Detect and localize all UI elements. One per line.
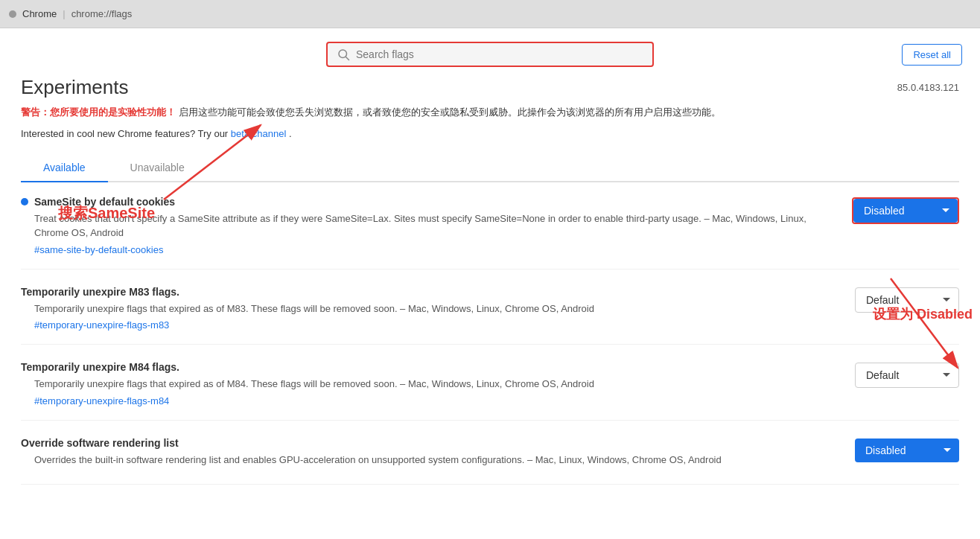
flag-select-override[interactable]: Disabled Default Enabled (855, 438, 959, 462)
flag-desc-samesite: Treat cookies that don't specify a SameS… (34, 211, 837, 240)
chrome-dot-icon (9, 10, 16, 18)
interest-text: Interested in cool new Chrome features? … (21, 128, 959, 139)
search-icon (337, 48, 350, 61)
interest-suffix: . (289, 128, 292, 139)
tab-available[interactable]: Available (21, 154, 108, 182)
flag-select-m83[interactable]: Default Enabled Disabled (855, 287, 959, 313)
flag-item-override: Override software rendering list Overrid… (21, 437, 959, 485)
flag-select-m84[interactable]: Default Enabled Disabled (855, 363, 959, 388)
beta-channel-link[interactable]: beta channel (231, 128, 286, 139)
flag-desc-m83: Temporarily unexpire flags that expired … (34, 302, 840, 316)
flag-title-override: Override software rendering list (21, 437, 840, 449)
flag-link-m83[interactable]: #temporary-unexpire-flags-m83 (34, 319, 169, 331)
flag-desc-override: Overrides the built-in software renderin… (34, 453, 840, 468)
app-name: Chrome (22, 8, 57, 19)
flag-link-samesite[interactable]: #same-site-by-default-cookies (34, 244, 163, 255)
flag-control-override: Disabled Default Enabled (855, 437, 959, 462)
interest-prefix: Interested in cool new Chrome features? … (21, 128, 228, 139)
flag-control-m83: Default Enabled Disabled (855, 286, 959, 313)
flag-select-samesite[interactable]: Disabled Default Enabled (853, 199, 958, 223)
flag-title-samesite: SameSite by default cookies (21, 196, 837, 208)
svg-line-1 (346, 57, 349, 60)
experiments-title: Experiments (21, 76, 129, 99)
flag-item-m84: Temporarily unexpire M84 flags. Temporar… (21, 361, 959, 421)
tabs: Available Unavailable (21, 154, 959, 182)
warning-text: 警告：您所要使用的是实验性功能！ 启用这些功能可能会致使您丢失浏览数据，或者致使… (21, 105, 959, 121)
reset-all-button[interactable]: Reset all (902, 44, 962, 66)
title-bar: Chrome | chrome://flags (0, 0, 980, 28)
flag-content-samesite: SameSite by default cookies Treat cookie… (21, 196, 852, 255)
flag-content-m84: Temporarily unexpire M84 flags. Temporar… (21, 361, 855, 406)
flag-content-m83: Temporarily unexpire M83 flags. Temporar… (21, 286, 855, 331)
flag-title-m84: Temporarily unexpire M84 flags. (21, 361, 840, 373)
flag-control-samesite: Disabled Default Enabled (852, 196, 959, 224)
flag-content-override: Override software rendering list Overrid… (21, 437, 855, 471)
main-content: Experiments 85.0.4183.121 警告：您所要使用的是实验性功… (0, 76, 980, 485)
search-area: Reset all (0, 28, 980, 76)
separator: | (63, 8, 65, 19)
flag-dot-samesite (21, 198, 28, 205)
page-content: Reset all Experiments 85.0.4183.121 警告：您… (0, 28, 980, 539)
warning-label: 警告：您所要使用的是实验性功能！ (21, 106, 176, 118)
version-text: 85.0.4183.121 (897, 82, 959, 93)
warning-body: 启用这些功能可能会致使您丢失浏览数据，或者致使您的安全或隐私受到威胁。此操作会为… (179, 106, 721, 118)
flag-link-m84[interactable]: #temporary-unexpire-flags-m84 (34, 395, 169, 406)
search-box (326, 42, 654, 67)
tab-unavailable[interactable]: Unavailable (108, 154, 207, 181)
url-bar: chrome://flags (71, 8, 133, 19)
flag-control-m84: Default Enabled Disabled (855, 361, 959, 388)
flag-select-wrapper-highlighted: Disabled Default Enabled (852, 197, 959, 224)
search-input[interactable] (356, 48, 643, 60)
flag-title-m83: Temporarily unexpire M83 flags. (21, 286, 840, 298)
flag-item-m83: Temporarily unexpire M83 flags. Temporar… (21, 286, 959, 345)
flag-item-samesite: SameSite by default cookies Treat cookie… (21, 196, 959, 270)
svg-point-0 (339, 50, 347, 58)
flag-desc-m84: Temporarily unexpire flags that expired … (34, 377, 840, 392)
experiments-header: Experiments 85.0.4183.121 (21, 76, 959, 99)
